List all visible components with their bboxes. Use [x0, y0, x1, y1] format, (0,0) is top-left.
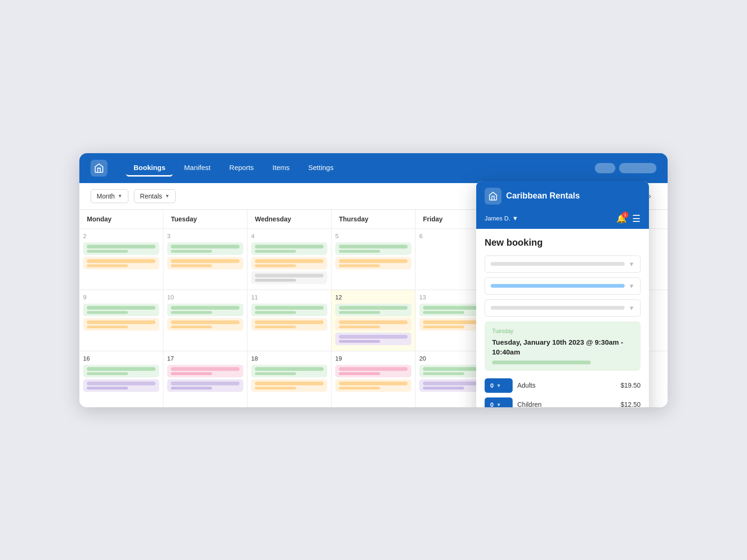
cal-cell-9[interactable]: 9	[79, 290, 163, 351]
event-green[interactable]	[251, 365, 327, 377]
event-orange[interactable]	[335, 257, 411, 269]
date-17: 17	[167, 355, 243, 362]
children-dropdown-icon: ▼	[496, 402, 501, 407]
date-11: 11	[251, 294, 327, 301]
info-date: Tuesday, January 10th 2023 @ 9:30am - 10…	[492, 337, 633, 357]
date-5: 5	[335, 233, 411, 240]
nav-pill-2	[619, 163, 656, 173]
event-green[interactable]	[335, 242, 411, 255]
event-pink[interactable]	[167, 365, 243, 377]
event-orange[interactable]	[167, 257, 243, 269]
children-label: Children	[517, 401, 616, 407]
cal-day-thursday: Thursday	[331, 210, 416, 228]
popup-brand-name: Caribbean Rentals	[506, 191, 580, 201]
date-19: 19	[335, 355, 411, 362]
event-pink[interactable]	[335, 365, 411, 377]
popup-menu-icon[interactable]: ☰	[632, 213, 641, 224]
cal-cell-4[interactable]: 4	[247, 229, 331, 290]
popup-user-name: James D.	[485, 215, 510, 222]
booking-info-box: Tuesday Tuesday, January 10th 2023 @ 9:3…	[485, 321, 641, 371]
event-orange[interactable]	[335, 379, 411, 392]
popup-brand: Caribbean Rentals	[485, 188, 641, 205]
filter-select-arrow: ▼	[165, 193, 169, 198]
new-booking-popup: Caribbean Rentals James D. ▼ 🔔 1 ☰ New b…	[476, 181, 649, 407]
select3-arrow: ▼	[628, 305, 634, 312]
event-orange[interactable]	[335, 318, 411, 331]
booking-type-select[interactable]: ▼	[485, 255, 641, 273]
guest-row-children: 0 ▼ Children $12.50	[485, 397, 641, 407]
event-lavender[interactable]	[83, 379, 159, 392]
event-green[interactable]	[167, 304, 243, 316]
notification-badge: 1	[622, 212, 628, 218]
popup-title: New booking	[485, 237, 641, 248]
nav-manifest[interactable]: Manifest	[176, 160, 218, 177]
date-18: 18	[251, 355, 327, 362]
adults-qty-button[interactable]: 0 ▼	[485, 378, 513, 393]
select1-arrow: ▼	[628, 261, 634, 268]
nav-links: Bookings Manifest Reports Items Settings	[126, 160, 580, 177]
info-label: Tuesday	[492, 328, 633, 334]
event-lavender[interactable]	[335, 333, 411, 345]
event-green[interactable]	[335, 304, 411, 316]
cal-cell-10[interactable]: 10	[163, 290, 247, 351]
event-orange[interactable]	[251, 379, 327, 392]
cal-cell-2[interactable]: 2	[79, 229, 163, 290]
popup-body: New booking ▼ ▼ ▼ Tuesday Tuesday, Janua…	[476, 229, 649, 407]
cal-cell-18[interactable]: 18	[247, 351, 331, 407]
cal-cell-12[interactable]: 12	[331, 290, 416, 351]
event-green[interactable]	[251, 304, 327, 316]
cal-cell-19[interactable]: 19	[331, 351, 416, 407]
cal-cell-3[interactable]: 3	[163, 229, 247, 290]
guest-row-adults: 0 ▼ Adults $19.50	[485, 378, 641, 393]
adults-label: Adults	[517, 382, 616, 389]
cal-day-monday: Monday	[79, 210, 163, 228]
popup-subheader: James D. ▼ 🔔 1 ☰	[485, 209, 641, 229]
date-3: 3	[167, 233, 243, 240]
date-10: 10	[167, 294, 243, 301]
event-orange[interactable]	[167, 318, 243, 331]
nav-logo	[91, 160, 107, 177]
nav-items[interactable]: Items	[265, 160, 297, 177]
date-16: 16	[83, 355, 159, 362]
cal-cell-5[interactable]: 5	[331, 229, 416, 290]
event-lavender[interactable]	[167, 379, 243, 392]
top-nav: Bookings Manifest Reports Items Settings	[79, 153, 668, 183]
cal-cell-17[interactable]: 17	[163, 351, 247, 407]
nav-pill-1	[595, 163, 615, 173]
event-orange[interactable]	[251, 318, 327, 331]
logo-icon	[91, 160, 107, 177]
event-orange[interactable]	[83, 318, 159, 331]
booking-date-select[interactable]: ▼	[485, 277, 641, 295]
event-green[interactable]	[167, 242, 243, 255]
booking-option-select[interactable]: ▼	[485, 299, 641, 317]
nav-reports[interactable]: Reports	[222, 160, 261, 177]
popup-brand-icon	[485, 188, 501, 205]
filter-select-label: Rentals	[140, 192, 162, 200]
popup-user-arrow: ▼	[512, 215, 518, 222]
event-green[interactable]	[251, 242, 327, 255]
event-orange[interactable]	[251, 257, 327, 269]
cal-cell-16[interactable]: 16	[79, 351, 163, 407]
nav-settings[interactable]: Settings	[301, 160, 341, 177]
cal-day-wednesday: Wednesday	[247, 210, 331, 228]
filter-select[interactable]: Rentals ▼	[134, 189, 176, 203]
event-green[interactable]	[83, 304, 159, 316]
children-qty: 0	[490, 401, 493, 407]
children-qty-button[interactable]: 0 ▼	[485, 397, 513, 407]
popup-user[interactable]: James D. ▼	[485, 215, 518, 222]
event-orange[interactable]	[83, 257, 159, 269]
cal-cell-11[interactable]: 11	[247, 290, 331, 351]
notification-bell[interactable]: 🔔 1	[616, 213, 627, 224]
event-green[interactable]	[83, 365, 159, 377]
app-container: Bookings Manifest Reports Items Settings…	[79, 153, 668, 407]
adults-qty: 0	[490, 382, 493, 389]
children-price: $12.50	[620, 401, 641, 407]
event-gray[interactable]	[251, 271, 327, 284]
date-2: 2	[83, 233, 159, 240]
view-select[interactable]: Month ▼	[91, 189, 128, 203]
nav-bookings[interactable]: Bookings	[126, 160, 173, 177]
info-bar	[492, 361, 591, 364]
adults-dropdown-icon: ▼	[496, 383, 501, 388]
event-green[interactable]	[83, 242, 159, 255]
date-4: 4	[251, 233, 327, 240]
